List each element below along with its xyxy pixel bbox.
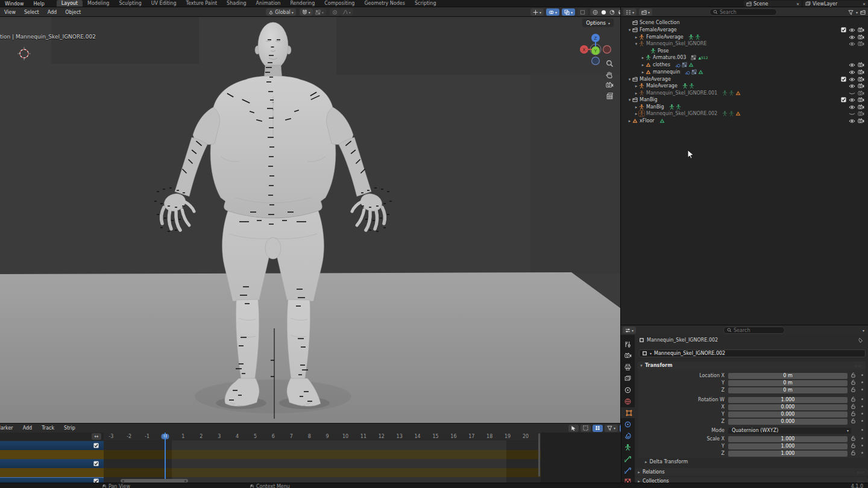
outliner-row-femaleaverage-collection[interactable]: ▾ FemaleAverage: [621, 27, 868, 33]
perspective-toggle-button[interactable]: [604, 90, 615, 101]
eye-icon[interactable]: [849, 119, 855, 124]
workspace-tab-sculpting[interactable]: Sculpting: [114, 0, 146, 7]
frame-tick-4[interactable]: 4: [236, 434, 239, 439]
viewport-menu-add[interactable]: Add: [43, 10, 61, 15]
workspace-tab-animation[interactable]: Animation: [251, 0, 286, 7]
lock-icon[interactable]: [851, 443, 856, 448]
frame-tick-18[interactable]: 18: [486, 434, 492, 439]
outliner-row-xfloor[interactable]: ▸ xFloor: [621, 117, 868, 124]
animate-dot[interactable]: [861, 413, 863, 414]
outliner-search-input[interactable]: [720, 10, 762, 15]
properties-editor-dropdown[interactable]: ▾: [623, 327, 636, 334]
frame-ruler[interactable]: -3-2-101234567891011121314151617181920: [104, 433, 541, 440]
show-gizmo-button[interactable]: ▾: [530, 8, 544, 16]
outliner-row-mannequin-skel-ignore-001[interactable]: ▸ Mannequin_Skel_IGNORE.001: [621, 90, 868, 96]
scale-z-field[interactable]: 1.000: [728, 451, 848, 457]
xray-toggle-button[interactable]: ▾: [562, 8, 575, 16]
frame-tick-10[interactable]: 10: [342, 434, 348, 439]
animate-dot[interactable]: [861, 420, 863, 422]
properties-search-input[interactable]: [734, 328, 776, 333]
eye-closed-icon[interactable]: [849, 91, 855, 96]
lock-icon[interactable]: [851, 372, 856, 378]
scale-x-field[interactable]: 1.000: [728, 436, 848, 442]
outliner-filter-collection-dropdown[interactable]: ▾: [639, 8, 652, 16]
frame-tick-1[interactable]: 1: [181, 434, 184, 439]
lock-icon[interactable]: [851, 436, 856, 441]
proportional-editing-button[interactable]: [330, 8, 340, 16]
eye-icon[interactable]: [849, 63, 855, 67]
nla-horizontal-scrollbar[interactable]: [121, 479, 188, 483]
eye-closed-icon[interactable]: [849, 111, 855, 116]
lock-icon[interactable]: [851, 404, 856, 409]
nla-track-row[interactable]: [0, 477, 104, 483]
properties-header-dropdown[interactable]: ▾: [863, 328, 864, 333]
lock-icon[interactable]: [851, 380, 856, 385]
viewport-menu-view[interactable]: View: [0, 10, 20, 15]
eye-icon[interactable]: [849, 35, 855, 40]
camera-icon[interactable]: [858, 69, 864, 75]
playhead[interactable]: [165, 433, 166, 483]
outliner-row-manbig-armature[interactable]: ▸ ManBig: [621, 104, 868, 110]
location-x-field[interactable]: 0 m: [728, 373, 848, 379]
workspace-tab-compositing[interactable]: Compositing: [319, 0, 359, 7]
scale-y-field[interactable]: 1.000: [728, 443, 848, 449]
nla-strips-row[interactable]: [104, 441, 541, 450]
nla-strip-channel[interactable]: [0, 468, 104, 477]
outliner-row-mannequin-skel-ignore-002[interactable]: ▸ Mannequin_Skel_IGNORE.002: [621, 110, 868, 117]
workspace-tab-uv-editing[interactable]: UV Editing: [146, 0, 181, 7]
outliner-row-armature-003[interactable]: ▸ Armature.003 ▲512: [621, 54, 868, 61]
zoom-tool-button[interactable]: [604, 58, 615, 69]
tab-render[interactable]: [621, 350, 635, 361]
camera-icon[interactable]: [858, 111, 864, 116]
outliner-row-mannequin-skel-ignore[interactable]: ▾ Mannequin_Skel_IGNORE: [621, 40, 868, 47]
frame-tick-17[interactable]: 17: [468, 434, 474, 439]
nla-filter-button[interactable]: ▾: [605, 425, 618, 432]
delta-transform-subpanel[interactable]: ▸Delta Transform: [645, 459, 688, 465]
show-overlays-button[interactable]: ▾: [546, 8, 559, 16]
pan-tool-button[interactable]: [604, 69, 615, 80]
checkbox-icon[interactable]: [93, 443, 99, 448]
transform-orientation-dropdown[interactable]: Global▾: [266, 8, 296, 16]
workspace-tab-scripting[interactable]: Scripting: [410, 0, 441, 7]
checkbox-icon[interactable]: [841, 27, 846, 33]
frame-tick-19[interactable]: 19: [505, 434, 511, 439]
animate-dot[interactable]: [861, 381, 863, 383]
eye-icon[interactable]: [849, 98, 855, 102]
animate-dot[interactable]: [861, 389, 863, 390]
lock-icon[interactable]: [851, 411, 856, 416]
frame-tick-8[interactable]: 8: [308, 434, 311, 439]
properties-search[interactable]: [723, 327, 785, 334]
frame-tick-12[interactable]: 12: [379, 434, 385, 439]
camera-icon[interactable]: [858, 27, 864, 33]
camera-icon[interactable]: [858, 77, 864, 82]
frame-tick-14[interactable]: 14: [415, 434, 421, 439]
gizmo-x-neg-axis[interactable]: [603, 46, 611, 54]
gizmo-z-neg-axis[interactable]: [592, 57, 600, 65]
viewport-menu-select[interactable]: Select: [20, 10, 43, 15]
toggle-xray-button[interactable]: [577, 8, 588, 16]
frame-tick-7[interactable]: 7: [290, 434, 293, 439]
nla-menu-marker[interactable]: Marker: [0, 425, 18, 431]
snapping-magnet-button[interactable]: ▾: [300, 8, 313, 16]
nla-strip[interactable]: [104, 450, 541, 459]
rotation-y-field[interactable]: 0.000: [728, 411, 848, 418]
location-y-field[interactable]: 0 m: [728, 380, 848, 386]
nla-strip-channel[interactable]: [0, 450, 104, 459]
outliner-row-mannequin-mesh[interactable]: ▸ mannequin: [621, 69, 868, 75]
camera-icon[interactable]: [858, 34, 864, 40]
workspace-tab-layout[interactable]: Layout: [57, 0, 83, 7]
outliner-row-pose[interactable]: Pose: [621, 48, 868, 54]
frame-tick-3[interactable]: 3: [218, 434, 221, 439]
expand-channels-button[interactable]: ↔: [92, 433, 101, 440]
workspace-tab-rendering[interactable]: Rendering: [285, 0, 319, 7]
lock-icon[interactable]: [851, 418, 856, 424]
lock-icon[interactable]: [851, 450, 856, 455]
workspace-tab-modeling[interactable]: Modeling: [83, 0, 114, 7]
frame-tick-15[interactable]: 15: [432, 434, 438, 439]
snapping-toggle-button[interactable]: [593, 425, 603, 432]
outliner-row-maleaverage-collection[interactable]: ▾ MaleAverage: [621, 76, 868, 83]
animate-dot[interactable]: [861, 374, 863, 376]
snap-target-dropdown[interactable]: ▾: [313, 8, 326, 16]
box-select-button[interactable]: [580, 425, 591, 432]
camera-icon[interactable]: [858, 62, 864, 67]
